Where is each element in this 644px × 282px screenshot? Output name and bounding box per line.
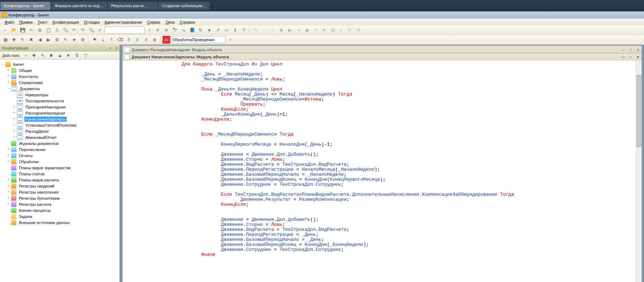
arrow-right-icon[interactable]: ▶	[44, 36, 52, 44]
comment-icon[interactable]: //	[125, 36, 133, 44]
tree-node[interactable]: Документы	[0, 86, 119, 92]
binoculars-icon[interactable]: 🔭	[171, 26, 179, 34]
bookmark-next-icon[interactable]: ⇣	[99, 36, 107, 44]
window-minimize-button[interactable]: —	[619, 54, 626, 60]
grid-icon[interactable]: ▦	[1, 36, 9, 44]
search-input[interactable]	[105, 28, 144, 32]
tree-expander[interactable]	[12, 111, 16, 115]
window-close-button[interactable]: ✕	[634, 47, 641, 53]
tree-node[interactable]: Бизнес-процессы	[0, 207, 119, 213]
syntax-check-icon[interactable]: ✓	[337, 26, 345, 34]
search-box[interactable]	[104, 26, 145, 34]
menu-текст[interactable]: Текст	[35, 19, 50, 25]
tree-node[interactable]: УстановкаУчетнойПолитики	[0, 122, 119, 128]
tree-node[interactable]: Отчеты	[0, 152, 119, 159]
tree-node[interactable]: РасходДенег	[0, 128, 119, 134]
vertical-scrollbar[interactable]	[636, 60, 641, 282]
wizard-icon[interactable]: ★	[70, 36, 78, 44]
menu-файл[interactable]: Файл	[2, 19, 17, 25]
tree-node[interactable]: Планы счетов	[0, 171, 119, 177]
tree-node[interactable]: Регистры накопления	[0, 189, 119, 195]
tree-node[interactable]: Планы видов характеристик	[0, 165, 119, 171]
info-icon[interactable]: ℹ	[231, 26, 239, 34]
procedure-selector-input[interactable]	[171, 38, 225, 42]
down-icon[interactable]: ▼	[64, 52, 72, 59]
save-icon[interactable]: 💾	[19, 26, 26, 34]
sort-icon[interactable]: ⇅	[73, 52, 81, 59]
tree-expander[interactable]	[6, 74, 10, 78]
breakpoint-icon[interactable]: ◉	[303, 26, 311, 34]
blue-dot-icon[interactable]: ●	[205, 26, 213, 34]
find-icon[interactable]: 🔍	[87, 26, 95, 34]
tree-node[interactable]: Последовательности	[0, 98, 119, 104]
tree-node[interactable]: Регистры расчета	[0, 201, 119, 207]
edit-icon[interactable]: ✎	[39, 52, 47, 59]
tree-expander[interactable]	[12, 129, 16, 133]
code-editor[interactable]: Для Каждого ТекСтрокаДоп Из Доп Цикл _Де…	[123, 60, 641, 282]
undo-icon[interactable]: ↶	[70, 26, 78, 34]
tree-expander[interactable]	[12, 105, 16, 109]
window-close-button[interactable]: ✕	[634, 54, 641, 60]
tree-expander[interactable]	[6, 81, 10, 84]
menu-администрирование[interactable]: Администрирование	[102, 19, 145, 25]
window-maximize-button[interactable]: □	[627, 54, 634, 60]
menu-сервис[interactable]: Сервис	[145, 19, 163, 25]
tree-expander[interactable]	[6, 154, 10, 157]
tree-node[interactable]: Задачи	[0, 213, 119, 219]
refresh-icon[interactable]: ↻	[197, 26, 205, 34]
up-icon[interactable]: ▲	[56, 52, 64, 59]
step-over-icon[interactable]: ↷	[252, 26, 259, 34]
edit-icon[interactable]: ✎	[62, 36, 69, 44]
print-icon[interactable]: ⎙	[53, 26, 61, 34]
step-into-icon[interactable]: ↓	[260, 26, 268, 34]
output-icon[interactable]: ▤	[329, 26, 337, 34]
panel-dropdown-button[interactable]: ▾	[107, 45, 113, 51]
script-box-icon[interactable]: ▭	[223, 26, 230, 34]
stop-icon[interactable]: ■	[277, 26, 285, 34]
copy-icon[interactable]: ⧉	[36, 26, 44, 34]
tree-expander[interactable]	[6, 202, 10, 206]
tree-expander[interactable]	[6, 160, 10, 164]
print-preview-icon[interactable]: 🔍	[62, 26, 69, 34]
open-icon[interactable]: 📂	[10, 26, 18, 34]
goto-line-icon[interactable]: #	[142, 36, 150, 44]
cut-icon[interactable]: ✂	[27, 26, 35, 34]
tree-node[interactable]: Планы видов расчета	[0, 177, 119, 183]
tree-node[interactable]: Билет	[0, 61, 119, 67]
new-icon[interactable]: ▫	[1, 26, 9, 34]
tree-expander[interactable]	[1, 62, 5, 66]
bookmark-toggle-icon[interactable]: ⚑	[91, 36, 98, 44]
breakpoints-list-icon[interactable]: ≡	[312, 26, 319, 34]
tree-expander[interactable]	[12, 123, 16, 127]
doc-new-icon[interactable]: ✚	[10, 36, 18, 44]
uncomment-icon[interactable]: //	[133, 36, 141, 44]
tree-expander[interactable]	[6, 68, 10, 72]
panel-close-button[interactable]: ✕	[114, 45, 119, 51]
tree-expander[interactable]	[6, 147, 10, 151]
tree-expander[interactable]	[6, 184, 10, 188]
taskbar-tab[interactable]: Создание публикации…	[158, 2, 210, 10]
watch-icon[interactable]: 👁	[320, 26, 328, 34]
taskbar-tab[interactable]: Формула расчёта по код…	[51, 2, 107, 10]
background-document-titlebar[interactable]: Документ РасходнаяНакладная: Модуль объе…	[122, 45, 642, 54]
redo-icon[interactable]: ↷	[79, 26, 87, 34]
filter-icon[interactable]: ▽	[82, 52, 89, 59]
menu-правка[interactable]: Правка	[17, 19, 35, 25]
restart-icon[interactable]: ⟳	[355, 26, 362, 34]
scrollbar-thumb[interactable]	[636, 75, 641, 147]
doc-open-icon[interactable]: ✎	[19, 36, 26, 44]
tree-node[interactable]: Регистры бухгалтерии	[0, 195, 119, 201]
tree-expander[interactable]	[12, 135, 16, 139]
tree-node[interactable]: Перечисления	[0, 146, 119, 152]
tree-node[interactable]: ПриходнаяНакладная	[0, 104, 119, 110]
procedure-selector[interactable]	[171, 36, 225, 43]
paste-icon[interactable]: 📋	[44, 26, 52, 34]
taskbar-tab[interactable]: Результаты расче…	[108, 2, 158, 10]
configuration-tree[interactable]: БилетОбщиеКонстантыСправочникиДокументыН…	[0, 60, 119, 282]
doc-remove-icon[interactable]: ✖	[27, 36, 35, 44]
continue-icon[interactable]: ▶	[286, 26, 294, 34]
tree-node[interactable]: Константы	[0, 73, 119, 79]
window-minimize-button[interactable]: —	[619, 47, 626, 53]
tree-expander[interactable]	[6, 196, 10, 200]
proc-list-icon[interactable]: ≣	[151, 36, 158, 44]
